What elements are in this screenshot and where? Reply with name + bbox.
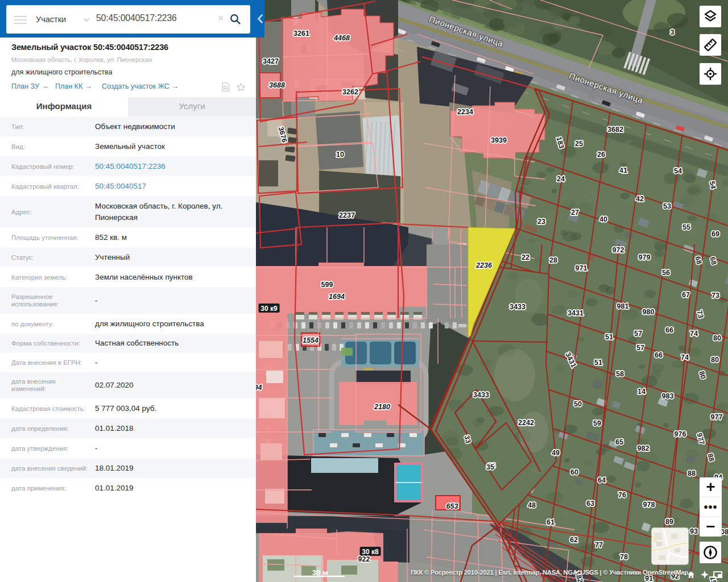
svg-text:80: 80	[713, 334, 721, 342]
svg-text:63: 63	[586, 500, 594, 508]
svg-text:1554: 1554	[303, 336, 318, 344]
svg-text:64: 64	[598, 476, 606, 484]
svg-text:54: 54	[674, 167, 682, 175]
svg-text:2242: 2242	[518, 419, 534, 427]
svg-text:74: 74	[690, 330, 698, 338]
svg-text:1694: 1694	[329, 293, 345, 301]
svg-text:48: 48	[528, 501, 536, 509]
svg-text:35: 35	[486, 463, 494, 471]
svg-text:979: 979	[639, 253, 651, 261]
svg-text:60: 60	[570, 468, 578, 476]
svg-text:26: 26	[597, 151, 605, 159]
svg-text:50: 50	[574, 400, 582, 408]
svg-text:2180: 2180	[374, 403, 390, 411]
svg-text:55: 55	[682, 223, 690, 231]
svg-text:42: 42	[636, 195, 644, 203]
svg-text:3262: 3262	[342, 88, 358, 96]
svg-text:54: 54	[708, 180, 717, 189]
svg-text:3: 3	[671, 28, 675, 36]
svg-text:73: 73	[712, 292, 719, 300]
svg-text:89: 89	[665, 518, 673, 526]
svg-text:3433: 3433	[473, 391, 489, 399]
svg-text:977: 977	[711, 413, 723, 421]
svg-text:976: 976	[675, 430, 686, 438]
svg-text:58: 58	[616, 370, 624, 378]
svg-text:49: 49	[552, 449, 560, 457]
svg-text:40: 40	[599, 215, 607, 223]
svg-text:76: 76	[618, 491, 626, 499]
svg-text:978: 978	[643, 501, 655, 509]
svg-text:41: 41	[619, 167, 627, 174]
svg-text:30 к9: 30 к9	[260, 305, 278, 313]
svg-text:971: 971	[576, 264, 588, 272]
svg-text:61: 61	[547, 518, 555, 526]
svg-text:23: 23	[537, 218, 545, 226]
svg-text:78: 78	[620, 553, 628, 561]
svg-text:653: 653	[446, 502, 458, 510]
svg-text:22: 22	[522, 253, 530, 261]
svg-text:69: 69	[712, 230, 719, 238]
svg-text:2236: 2236	[475, 261, 493, 269]
svg-text:93: 93	[690, 527, 698, 535]
svg-text:3427: 3427	[263, 57, 279, 65]
svg-text:983: 983	[662, 392, 674, 400]
svg-text:80: 80	[711, 356, 719, 364]
svg-text:59: 59	[593, 419, 601, 427]
svg-text:694: 694	[256, 384, 262, 392]
svg-text:57: 57	[636, 344, 644, 352]
svg-text:66: 66	[665, 326, 673, 334]
svg-text:24: 24	[557, 175, 565, 183]
svg-text:980: 980	[643, 308, 655, 316]
svg-text:66: 66	[655, 351, 663, 359]
svg-text:982: 982	[638, 444, 650, 452]
svg-text:57: 57	[634, 330, 642, 338]
svg-text:77: 77	[595, 541, 603, 549]
svg-text:14: 14	[638, 388, 646, 396]
svg-text:30 к8: 30 к8	[362, 548, 379, 556]
svg-text:2234: 2234	[457, 108, 473, 116]
svg-text:56: 56	[662, 269, 670, 277]
svg-text:65: 65	[615, 438, 623, 446]
svg-text:51: 51	[605, 333, 613, 341]
svg-text:62: 62	[570, 536, 578, 544]
svg-text:599: 599	[321, 281, 333, 289]
svg-text:25: 25	[575, 140, 583, 148]
svg-text:67: 67	[682, 291, 690, 299]
svg-text:10: 10	[336, 151, 344, 159]
svg-text:981: 981	[617, 302, 629, 310]
svg-text:3939: 3939	[491, 136, 507, 144]
svg-text:3433: 3433	[510, 303, 526, 311]
svg-text:28: 28	[549, 256, 557, 264]
svg-text:74: 74	[681, 354, 689, 361]
svg-text:88: 88	[688, 469, 696, 477]
svg-text:2237: 2237	[339, 211, 355, 219]
svg-text:53: 53	[663, 202, 671, 210]
svg-text:3261: 3261	[293, 30, 309, 38]
svg-text:3682: 3682	[607, 126, 623, 134]
svg-text:4468: 4468	[333, 34, 350, 42]
svg-text:972: 972	[613, 246, 624, 254]
svg-text:3688: 3688	[269, 81, 285, 89]
svg-text:51: 51	[594, 359, 602, 367]
svg-text:3431: 3431	[568, 309, 584, 317]
svg-text:27: 27	[571, 209, 579, 217]
svg-text:922: 922	[358, 555, 370, 563]
